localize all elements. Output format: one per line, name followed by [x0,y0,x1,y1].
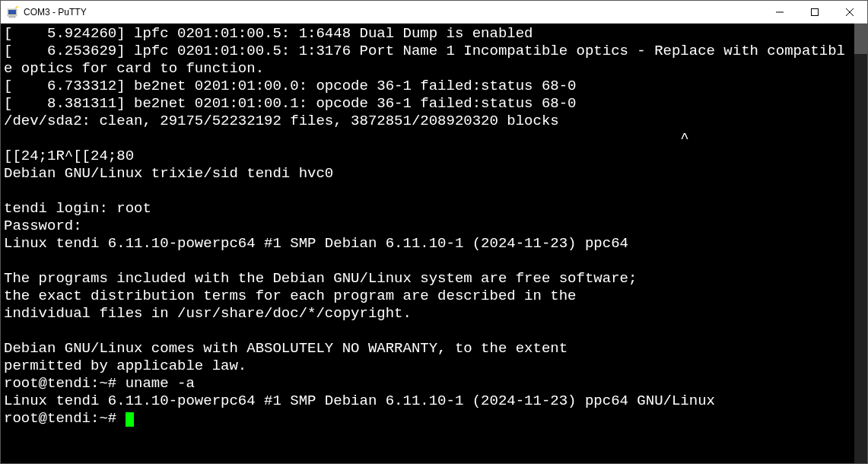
svg-line-2 [15,6,18,8]
window-controls [762,1,867,23]
putty-icon [7,6,19,18]
window-title: COM3 - PuTTY [24,7,762,17]
titlebar[interactable]: COM3 - PuTTY [1,1,867,24]
maximize-button[interactable] [797,1,832,23]
close-button[interactable] [832,1,867,23]
svg-rect-5 [812,8,819,15]
minimize-button[interactable] [762,1,797,23]
cursor [126,412,134,427]
scrollbar-thumb[interactable] [854,24,867,54]
terminal[interactable]: [ 5.924260] lpfc 0201:01:00.5: 1:6448 Du… [1,24,854,463]
svg-rect-3 [9,16,15,17]
svg-rect-1 [8,10,16,14]
terminal-container: [ 5.924260] lpfc 0201:01:00.5: 1:6448 Du… [1,24,867,463]
scrollbar[interactable] [854,24,867,463]
